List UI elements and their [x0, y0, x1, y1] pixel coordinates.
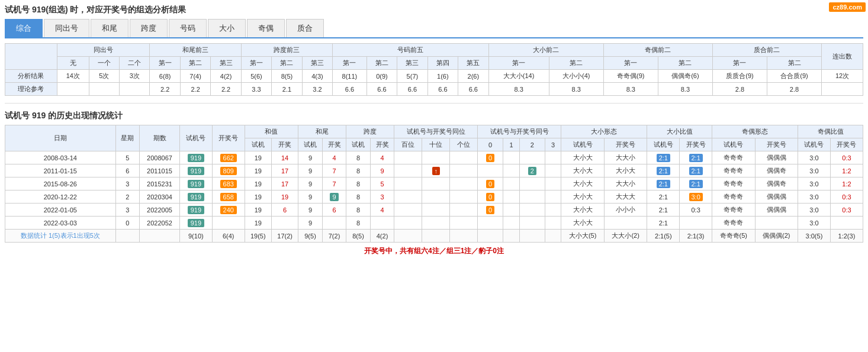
- table-row: 9: [298, 164, 323, 177]
- open-num: 662: [212, 151, 245, 164]
- table-row: 19: [245, 204, 271, 217]
- table-row: 9: [298, 190, 323, 204]
- a-一个: 5次: [89, 70, 119, 83]
- h-无: 无: [57, 57, 89, 70]
- tonghao-2: [519, 177, 545, 190]
- tab-质合[interactable]: 质合: [286, 19, 324, 37]
- stats-cell: 19(5): [245, 230, 271, 243]
- tonghao-2: [519, 204, 545, 217]
- a-dx2: 大小小(4): [549, 70, 603, 83]
- stats-cell: [545, 230, 561, 243]
- shiwei: [422, 204, 450, 217]
- tab-奇偶[interactable]: 奇偶: [247, 19, 285, 37]
- shiwei: [422, 190, 450, 204]
- h-和值: 和值: [245, 125, 298, 138]
- h-th3: 3: [545, 138, 561, 151]
- summary-bar: 开奖号中，共有组六4注／组三1注／豹子0注: [5, 246, 863, 256]
- table-row: 奇奇奇: [712, 190, 755, 204]
- shiwei: [422, 177, 450, 190]
- daxiao-ratio-test: 2:1: [647, 177, 680, 190]
- h-同号: 试机号与开奖号同号: [478, 125, 561, 138]
- h-th1: 1: [503, 138, 520, 151]
- tab-同出号[interactable]: 同出号: [44, 19, 89, 37]
- h-qor-open: 开奖号: [830, 138, 863, 151]
- table-row: 6: [271, 204, 298, 217]
- a-hw3: 4(2): [211, 70, 241, 83]
- table-row: 大大大: [604, 190, 647, 204]
- qiou-ratio-open: 0:3: [830, 204, 863, 217]
- h-hw第二: 第二: [180, 57, 210, 70]
- summary-text3: 注／豹子: [464, 247, 493, 255]
- open-num: 809: [212, 164, 245, 177]
- h-dxr-open: 开奖号: [680, 138, 712, 151]
- table-row: 2008-03-14: [5, 151, 116, 164]
- tonghao-0: 0: [478, 151, 503, 164]
- tonghao-1: [503, 151, 520, 164]
- table-row: 2015231: [140, 177, 180, 190]
- t-zh2: 2.8: [767, 83, 821, 96]
- h-qo-open: 开奖号: [755, 138, 798, 151]
- table-row: 大大小: [604, 151, 647, 164]
- table-row: 8: [346, 164, 371, 177]
- t-hm4: 6.6: [427, 83, 458, 96]
- h-kd-试机: 试机: [346, 138, 371, 151]
- h-hm第二: 第二: [367, 57, 397, 70]
- tab-和尾[interactable]: 和尾: [91, 19, 128, 37]
- table-row: 9: [298, 204, 323, 217]
- t-zh1: 2.8: [712, 83, 767, 96]
- h-shiwei: 十位: [422, 138, 450, 151]
- row-理论参考: 理论参考: [5, 83, 57, 96]
- table-row: 19: [245, 151, 271, 164]
- open-num: 240: [212, 204, 245, 217]
- table-row: 3:0: [798, 204, 831, 217]
- t-lcs: [822, 83, 863, 96]
- page-wrapper: 试机号 919(组选) 时，对应开奖号的组选分析结果 综合 同出号 和尾 跨度 …: [0, 0, 868, 261]
- tab-大小[interactable]: 大小: [208, 19, 246, 37]
- h-kd第三: 第三: [302, 57, 332, 70]
- h-zh第一: 第一: [712, 57, 767, 70]
- tab-综合[interactable]: 综合: [5, 19, 43, 37]
- test-num: 919: [179, 190, 212, 204]
- daxiao-ratio-open: [680, 217, 712, 230]
- h-和尾: 和尾: [298, 125, 346, 138]
- a-zh2: 合合质(9): [767, 70, 821, 83]
- table-row: 8: [346, 190, 371, 204]
- baiwei: [394, 204, 422, 217]
- tonghao-2: [519, 190, 545, 204]
- tonghao-0: 0: [478, 177, 503, 190]
- table-row: 19: [271, 190, 298, 204]
- h-跨度: 跨度: [346, 125, 394, 138]
- table-row: 14: [271, 151, 298, 164]
- daxiao-ratio-test: 2:1: [647, 151, 680, 164]
- tab-跨度[interactable]: 跨度: [130, 19, 168, 37]
- table-row: 6: [115, 164, 140, 177]
- table-row: [370, 217, 394, 230]
- stats-cell: 8(5): [346, 230, 371, 243]
- tonghao-3: [545, 217, 561, 230]
- table-row: 2022-01-05: [5, 204, 116, 217]
- stats-cell: 大小大(5): [561, 230, 604, 243]
- table-row: 2011015: [140, 164, 180, 177]
- tab-号码[interactable]: 号码: [169, 19, 207, 37]
- baiwei: [394, 151, 422, 164]
- h-baiwei: 百位: [394, 138, 422, 151]
- table-row: 2020304: [140, 190, 180, 204]
- h-开奖号: 开奖号: [212, 125, 245, 151]
- section2-title: 试机号 919 的历史出现情况统计: [5, 111, 863, 121]
- table-row: 3: [115, 177, 140, 190]
- stats-cell: [519, 230, 545, 243]
- h-hz-开奖: 开奖: [271, 138, 298, 151]
- t-hw2: 2.2: [180, 83, 210, 96]
- tonghao-1: [503, 164, 520, 177]
- h-奇偶形态: 奇偶形态: [712, 125, 798, 138]
- table-row: 8: [346, 177, 371, 190]
- table-row: 2022-03-03: [5, 217, 116, 230]
- a-kd3: 4(3): [302, 70, 332, 83]
- a-hw1: 6(8): [150, 70, 180, 83]
- h-试机号: 试机号: [179, 125, 212, 151]
- gewei: [450, 217, 478, 230]
- qiou-ratio-open: 0:3: [830, 190, 863, 204]
- h-dx-open: 开奖号: [604, 138, 647, 151]
- table-row: 偶偶偶: [755, 151, 798, 164]
- table-row: 2022052: [140, 217, 180, 230]
